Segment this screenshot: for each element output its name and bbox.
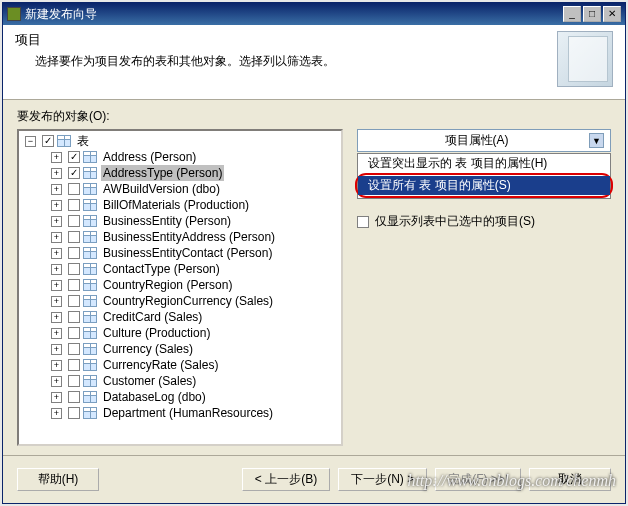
table-icon [83, 183, 97, 195]
checkbox[interactable] [68, 215, 80, 227]
checkbox[interactable] [68, 343, 80, 355]
table-icon [83, 279, 97, 291]
expander-icon[interactable]: + [51, 152, 62, 163]
menu-set-highlighted[interactable]: 设置突出显示的 表 项目的属性(H) [358, 154, 610, 173]
checkbox[interactable] [68, 359, 80, 371]
item-properties-dropdown[interactable]: 项目属性(A) ▼ [357, 129, 611, 152]
expander-icon[interactable]: + [51, 280, 62, 291]
help-button[interactable]: 帮助(H) [17, 468, 99, 491]
close-button[interactable]: ✕ [603, 6, 621, 22]
expander-icon[interactable]: + [51, 312, 62, 323]
expander-icon[interactable]: + [51, 376, 62, 387]
tree-item-label: BusinessEntityAddress (Person) [101, 229, 277, 245]
expander-icon[interactable]: + [51, 216, 62, 227]
main-row: −✓表+✓Address (Person)+✓AddressType (Pers… [17, 129, 611, 453]
tree-item-label: CreditCard (Sales) [101, 309, 204, 325]
table-icon [83, 167, 97, 179]
tree-item-label: BusinessEntityContact (Person) [101, 245, 274, 261]
expander-icon[interactable]: + [51, 296, 62, 307]
tree-item[interactable]: +Currency (Sales) [21, 341, 339, 357]
tree-item-label: CurrencyRate (Sales) [101, 357, 220, 373]
objects-tree[interactable]: −✓表+✓Address (Person)+✓AddressType (Pers… [17, 129, 343, 446]
maximize-button[interactable]: □ [583, 6, 601, 22]
checkbox[interactable] [68, 295, 80, 307]
finish-button: 完成(F) >>| [435, 468, 521, 491]
expander-icon[interactable]: + [51, 184, 62, 195]
expander-icon[interactable]: + [51, 200, 62, 211]
tree-item-label: ContactType (Person) [101, 261, 222, 277]
tree-item[interactable]: +BusinessEntityAddress (Person) [21, 229, 339, 245]
header-graphic-icon [557, 31, 613, 87]
expander-icon[interactable]: + [51, 232, 62, 243]
cancel-button[interactable]: 取消 [529, 468, 611, 491]
page-title: 项目 [15, 31, 557, 49]
tree-item[interactable]: +Customer (Sales) [21, 373, 339, 389]
tree-item[interactable]: +BusinessEntityContact (Person) [21, 245, 339, 261]
table-icon [83, 247, 97, 259]
wizard-window: 新建发布向导 _ □ ✕ 项目 选择要作为项目发布的表和其他对象。选择列以筛选表… [2, 2, 626, 504]
table-icon [83, 295, 97, 307]
checkbox[interactable] [68, 375, 80, 387]
expander-icon[interactable]: + [51, 168, 62, 179]
tree-item[interactable]: +Department (HumanResources) [21, 405, 339, 421]
page-subtitle: 选择要作为项目发布的表和其他对象。选择列以筛选表。 [35, 53, 557, 70]
checkbox[interactable]: ✓ [68, 151, 80, 163]
highlight-annotation: 设置所有 表 项目的属性(S) [355, 173, 613, 198]
tree-item[interactable]: +CreditCard (Sales) [21, 309, 339, 325]
expander-icon[interactable]: + [51, 360, 62, 371]
checkbox[interactable] [68, 407, 80, 419]
checkbox[interactable] [68, 231, 80, 243]
tree-item[interactable]: +ContactType (Person) [21, 261, 339, 277]
tree-item-label: Currency (Sales) [101, 341, 195, 357]
expander-icon[interactable]: + [51, 248, 62, 259]
only-checked-checkbox[interactable] [357, 216, 369, 228]
checkbox[interactable] [68, 247, 80, 259]
expander-icon[interactable]: + [51, 264, 62, 275]
expander-icon[interactable]: + [51, 344, 62, 355]
expander-icon[interactable]: − [25, 136, 36, 147]
tree-item-label: BusinessEntity (Person) [101, 213, 233, 229]
menu-set-all[interactable]: 设置所有 表 项目的属性(S) [358, 176, 610, 195]
tree-item[interactable]: +✓AddressType (Person) [21, 165, 339, 181]
table-icon [57, 135, 71, 147]
tree-item[interactable]: +CountryRegionCurrency (Sales) [21, 293, 339, 309]
tree-item[interactable]: +CountryRegion (Person) [21, 277, 339, 293]
checkbox[interactable]: ✓ [42, 135, 54, 147]
tree-item-label: DatabaseLog (dbo) [101, 389, 208, 405]
wizard-header: 项目 选择要作为项目发布的表和其他对象。选择列以筛选表。 [3, 25, 625, 100]
next-button[interactable]: 下一步(N) > [338, 468, 427, 491]
tree-item[interactable]: +BillOfMaterials (Production) [21, 197, 339, 213]
right-column: 项目属性(A) ▼ 设置突出显示的 表 项目的属性(H) 设置所有 表 项目的属… [357, 129, 611, 453]
tree-item-label: CountryRegion (Person) [101, 277, 234, 293]
checkbox[interactable] [68, 183, 80, 195]
checkbox[interactable] [68, 327, 80, 339]
table-icon [83, 215, 97, 227]
tree-root[interactable]: −✓表 [21, 133, 339, 149]
expander-icon[interactable]: + [51, 408, 62, 419]
tree-item[interactable]: +AWBuildVersion (dbo) [21, 181, 339, 197]
only-checked-row[interactable]: 仅显示列表中已选中的项目(S) [357, 213, 611, 230]
tree-item[interactable]: +✓Address (Person) [21, 149, 339, 165]
checkbox[interactable] [68, 263, 80, 275]
window-controls: _ □ ✕ [563, 6, 621, 22]
checkbox[interactable] [68, 279, 80, 291]
expander-icon[interactable]: + [51, 392, 62, 403]
tree-item[interactable]: +BusinessEntity (Person) [21, 213, 339, 229]
back-button[interactable]: < 上一步(B) [242, 468, 330, 491]
tree-item[interactable]: +CurrencyRate (Sales) [21, 357, 339, 373]
table-icon [83, 343, 97, 355]
expander-icon[interactable]: + [51, 328, 62, 339]
tree-item-label: Address (Person) [101, 149, 198, 165]
only-checked-label: 仅显示列表中已选中的项目(S) [375, 213, 535, 230]
wizard-body: 要发布的对象(O): −✓表+✓Address (Person)+✓Addres… [3, 100, 625, 455]
tree-item[interactable]: +DatabaseLog (dbo) [21, 389, 339, 405]
table-icon [83, 359, 97, 371]
properties-menu: 设置突出显示的 表 项目的属性(H) 设置所有 表 项目的属性(S) [357, 153, 611, 199]
tree-item[interactable]: +Culture (Production) [21, 325, 339, 341]
checkbox[interactable] [68, 199, 80, 211]
wizard-footer: 帮助(H) < 上一步(B) 下一步(N) > 完成(F) >>| 取消 [3, 455, 625, 503]
checkbox[interactable] [68, 391, 80, 403]
minimize-button[interactable]: _ [563, 6, 581, 22]
checkbox[interactable] [68, 311, 80, 323]
checkbox[interactable]: ✓ [68, 167, 80, 179]
